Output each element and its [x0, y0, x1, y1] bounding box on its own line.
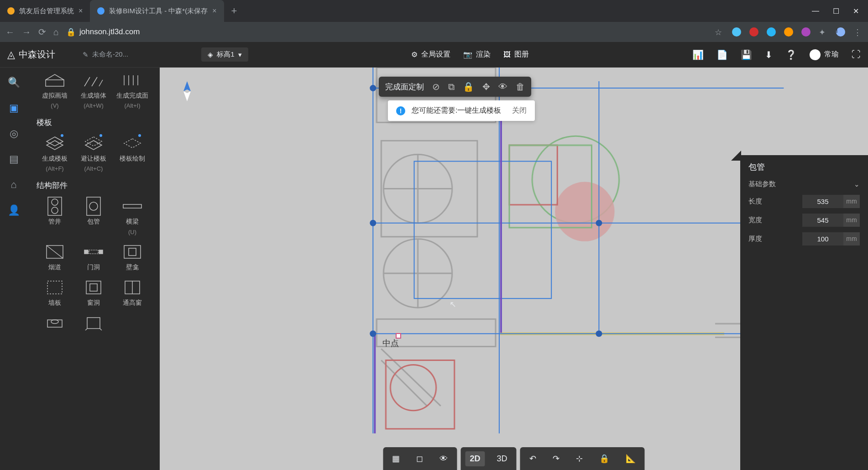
- svg-point-51: [370, 85, 376, 91]
- pencil-icon: ✎: [83, 51, 89, 59]
- tool-door-opening[interactable]: 门洞: [75, 244, 112, 271]
- ext-icon-5[interactable]: [801, 27, 810, 37]
- hide-icon[interactable]: 👁: [498, 82, 507, 92]
- fullscreen-icon[interactable]: ⛶: [852, 49, 861, 60]
- svg-point-2: [52, 199, 58, 205]
- toolbar-label[interactable]: 完成面定制: [385, 82, 424, 92]
- close-icon[interactable]: ×: [212, 7, 216, 15]
- snap-icon[interactable]: ⊹: [571, 451, 587, 466]
- gallery-button[interactable]: 🖼 图册: [503, 50, 529, 59]
- tool-virtual-wall[interactable]: 虚拟画墙 (V): [37, 72, 73, 109]
- tool-wall-panel[interactable]: 墙板: [37, 279, 73, 307]
- chart-icon[interactable]: 📊: [692, 49, 704, 60]
- tool-extra-2[interactable]: [75, 315, 112, 331]
- frame-icon[interactable]: ◻: [412, 451, 428, 466]
- close-icon[interactable]: ×: [78, 7, 83, 15]
- forward-icon[interactable]: →: [22, 27, 31, 37]
- copy-icon[interactable]: ⧉: [448, 82, 455, 92]
- suggestion-text[interactable]: 您可能还需要:一键生成楼板: [412, 106, 501, 115]
- download-icon[interactable]: ⬇: [765, 49, 773, 60]
- browser-tab-1[interactable]: 筑友后台管理系统 ×: [0, 0, 90, 22]
- bottom-toolbar: ▦ ◻ 👁 2D 3D ↶ ↷ ⊹ 🔒 📐: [381, 447, 646, 470]
- view-3d-button[interactable]: 3D: [492, 451, 512, 466]
- chevron-down-icon[interactable]: ⌄: [854, 180, 860, 188]
- compass-icon[interactable]: [182, 81, 193, 103]
- param-width: 宽度 mm: [748, 214, 860, 227]
- tool-gen-wall[interactable]: 生成墙体 (Alt+W): [75, 72, 112, 109]
- blocks-icon[interactable]: ▣: [8, 102, 20, 114]
- tool-draw-floor[interactable]: 楼板绘制: [114, 135, 151, 172]
- link-icon[interactable]: ⊘: [432, 81, 440, 92]
- extensions-icon[interactable]: ✦: [819, 27, 828, 37]
- grid-icon[interactable]: ▦: [387, 451, 404, 466]
- tool-niche[interactable]: 壁龛: [114, 244, 151, 271]
- tool-gen-finish[interactable]: 生成完成面 (Alt+I): [114, 72, 151, 109]
- reload-icon[interactable]: ⟳: [38, 26, 46, 37]
- tool-extra-1[interactable]: [37, 315, 73, 331]
- tool-gen-floor[interactable]: 生成楼板 (Alt+F): [37, 135, 73, 172]
- tool-beam[interactable]: 横梁 (U): [114, 198, 151, 235]
- maximize-icon[interactable]: ☐: [833, 7, 839, 16]
- save-icon[interactable]: 💾: [741, 49, 752, 60]
- measure-icon[interactable]: 📐: [621, 451, 640, 466]
- lock-view-icon[interactable]: 🔒: [595, 451, 614, 466]
- tool-window-opening[interactable]: 窗洞: [75, 279, 112, 307]
- view-2d-button[interactable]: 2D: [465, 451, 485, 466]
- level-dropdown[interactable]: ◈ 标高1 ▾: [201, 47, 248, 62]
- tool-shaft[interactable]: 管井: [37, 198, 73, 235]
- svg-point-55: [596, 330, 602, 337]
- render-button[interactable]: 📷 渲染: [463, 50, 491, 59]
- star-icon[interactable]: ☆: [715, 27, 724, 37]
- url-field[interactable]: 🔒 johnson.jtl3d.com: [66, 27, 140, 37]
- new-tab-button[interactable]: +: [224, 5, 245, 17]
- svg-line-8: [47, 245, 63, 258]
- document-icon[interactable]: 📄: [716, 49, 728, 60]
- svg-rect-48: [414, 161, 552, 298]
- fold-notch: [731, 151, 741, 161]
- user-badge[interactable]: 常瑜: [810, 49, 839, 60]
- cursor-icon: ↖: [450, 299, 456, 309]
- home-icon[interactable]: ⌂: [53, 27, 59, 37]
- width-input[interactable]: [802, 214, 843, 227]
- tool-full-window[interactable]: 通高窗: [114, 279, 151, 307]
- param-length: 长度 mm: [748, 195, 860, 208]
- person-icon[interactable]: 👤: [8, 204, 20, 216]
- tool-pipe-cover[interactable]: 包管: [75, 198, 112, 235]
- suggestion-close[interactable]: 关闭: [512, 106, 527, 115]
- ext-icon-2[interactable]: [749, 27, 758, 37]
- building-icon[interactable]: ⌂: [8, 179, 20, 191]
- svg-rect-37: [509, 145, 557, 204]
- eye-icon[interactable]: 👁: [435, 451, 452, 466]
- browser-tab-2[interactable]: 装修BIM设计工具 - 中森*(未保存 ×: [90, 0, 224, 22]
- file-name[interactable]: ✎ 未命名-20...: [83, 50, 128, 59]
- length-input[interactable]: [802, 195, 843, 208]
- lock-icon[interactable]: 🔒: [463, 81, 474, 92]
- search-icon[interactable]: 🔍: [8, 77, 20, 89]
- ext-icon-1[interactable]: [732, 27, 741, 37]
- close-window-icon[interactable]: ✕: [853, 7, 859, 16]
- minimize-icon[interactable]: —: [812, 7, 819, 16]
- app-logo[interactable]: ◬ 中森设计: [7, 48, 55, 61]
- left-rail: 🔍 ▣ ◎ ▤ ⌂ 👤: [0, 68, 27, 470]
- info-icon: !: [396, 106, 405, 115]
- move-icon[interactable]: ✥: [482, 81, 490, 92]
- profile-avatar[interactable]: I: [836, 27, 845, 37]
- archive-icon[interactable]: ▤: [8, 153, 20, 165]
- tool-avoid-floor[interactable]: 避让楼板 (Alt+C): [75, 135, 112, 172]
- global-settings-button[interactable]: ⚙ 全局设置: [411, 50, 450, 59]
- svg-point-20: [51, 320, 58, 324]
- ext-icon-4[interactable]: [784, 27, 793, 37]
- svg-rect-33: [386, 360, 454, 428]
- redo-icon[interactable]: ↷: [548, 451, 564, 466]
- menu-icon[interactable]: ⋮: [853, 27, 863, 37]
- undo-icon[interactable]: ↶: [525, 451, 541, 466]
- back-icon[interactable]: ←: [5, 27, 15, 37]
- help-icon[interactable]: ❔: [785, 49, 797, 60]
- image-icon: 🖼: [503, 51, 511, 59]
- target-icon[interactable]: ◎: [8, 128, 20, 140]
- thickness-input[interactable]: [802, 232, 843, 245]
- ext-icon-3[interactable]: [767, 27, 776, 37]
- tool-flue[interactable]: 烟道: [37, 244, 73, 271]
- delete-icon[interactable]: 🗑: [516, 82, 525, 92]
- lock-icon: 🔒: [66, 27, 76, 37]
